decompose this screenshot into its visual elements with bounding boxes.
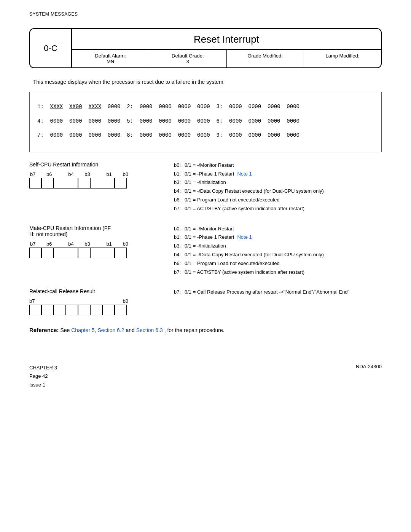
bit-label-b4: b4 — [68, 171, 73, 177]
reference-suffix: , for the repair procedure. — [164, 327, 225, 333]
card-fields: Default Alarm:MN Default Grade:3 Grade M… — [72, 50, 381, 67]
self-cpu-key-b4: b4: — [174, 187, 185, 195]
mate-cpu-note1-link[interactable]: Note 1 — [237, 233, 252, 241]
reference-text: Reference: See Chapter 5, Section 6.2 an… — [29, 327, 382, 333]
footer-issue: Issue 1 — [29, 381, 57, 389]
mate-cpu-desc-b6: b6: 0/1 = Program Load not executed/exec… — [174, 260, 382, 268]
mate-cpu-desc-b3: b3: 0/1 = -/Initialization — [174, 242, 382, 250]
footer-page: Page 42 — [29, 372, 57, 380]
message-card: 0-C Reset Interrupt Default Alarm:MN Def… — [29, 28, 382, 68]
page-footer: CHAPTER 3 Page 42 Issue 1 NDA-24300 — [29, 364, 382, 389]
mate-cpu-key-b4: b4: — [174, 251, 185, 259]
bit-label-b0: b0 — [123, 171, 128, 177]
bit-label-b7: b7 — [30, 171, 35, 177]
bit-label-b1: b1 — [106, 171, 112, 177]
mate-cpu-key-b6: b6: — [174, 260, 185, 268]
self-cpu-text-b7: 0/1 = ACT/STBY (active system indication… — [185, 205, 304, 213]
system-messages-header: SYSTEM MESSAGES — [29, 11, 382, 17]
related-bit-box-7 — [102, 305, 115, 315]
reference-link-chapter5[interactable]: Chapter 5, Section 6.2 — [71, 327, 124, 333]
self-cpu-text-b0: 0/1 = -/Monitor Restart — [185, 161, 234, 169]
footer-left: CHAPTER 3 Page 42 Issue 1 — [29, 364, 57, 389]
mate-cpu-text-b6: 0/1 = Program Load not executed/executed — [185, 260, 280, 268]
mate-cpu-key-b3: b3: — [174, 242, 185, 250]
mate-cpu-text-b0: 0/1 = -/Monitor Restart — [185, 225, 234, 233]
mate-cpu-text-b3: 0/1 = -/Initialization — [185, 242, 226, 250]
related-call-left: Related-call Release Result b7 b0 — [29, 288, 159, 315]
self-cpu-bit-boxes — [29, 178, 128, 189]
self-cpu-desc-b1: b1: 0/1 = -Phase 1 Restart Note 1 — [174, 170, 382, 178]
mate-cpu-desc-b7: b7: 0/1 = ACT/STBY (active system indica… — [174, 268, 382, 276]
related-bit-box-4 — [66, 305, 78, 315]
data-line-2: 4: 0000 0000 0000 0000 5: 0000 0000 0000… — [37, 115, 374, 128]
self-cpu-desc-b4: b4: 0/1 = -/Data Copy Restart executed (… — [174, 187, 382, 195]
related-call-key-b7: b7: — [174, 288, 185, 296]
mate-bit-label-b3: b3 — [84, 241, 90, 247]
data-xxxx-2: XXXX — [88, 104, 101, 110]
bit-box-wide-1 — [54, 178, 78, 189]
related-call-bit-labels: b7 b0 — [29, 298, 128, 304]
data-xx00: XX00 — [69, 104, 82, 110]
self-cpu-key-b1: b1: — [174, 170, 185, 178]
mate-bit-box-4 — [115, 248, 127, 258]
reference-and: and — [126, 327, 136, 333]
mate-bit-box-wide-1 — [54, 248, 78, 258]
related-call-desc-b7: b7: 0/1 = Call Release Processing after … — [174, 288, 382, 296]
mate-cpu-key-b7: b7: — [174, 268, 185, 276]
related-call-text-b7: 0/1 = Call Release Processing after rest… — [185, 288, 349, 296]
mate-cpu-desc-b4: b4: 0/1 = -/Data Copy Restart executed (… — [174, 251, 382, 259]
related-bit-box-8 — [115, 305, 127, 315]
related-bit-b7: b7 — [29, 298, 35, 304]
related-bit-box-2 — [41, 305, 54, 315]
mate-cpu-descriptions: b0: 0/1 = -/Monitor Restart b1: 0/1 = -P… — [174, 225, 382, 277]
bit-box-1 — [29, 178, 41, 189]
mate-cpu-key-b0: b0: — [174, 225, 185, 233]
mate-cpu-text-b4: 0/1 = -/Data Copy Restart executed (for … — [185, 251, 324, 259]
self-cpu-section: Self-CPU Restart Information b7 b6 b4 b3… — [29, 161, 382, 214]
self-cpu-key-b6: b6: — [174, 196, 185, 204]
self-cpu-text-b4: 0/1 = -/Data Copy Restart executed (for … — [185, 187, 324, 195]
self-cpu-desc-b6: b6: 0/1 = Program Load not executed/exec… — [174, 196, 382, 204]
self-cpu-note1-link[interactable]: Note 1 — [237, 170, 252, 178]
mate-cpu-bit-labels: b7 b6 b4 b3 b1 b0 — [29, 241, 128, 247]
mate-cpu-bit-boxes — [29, 248, 128, 258]
mate-bit-box-2 — [41, 248, 54, 258]
related-bit-box-1 — [29, 305, 41, 315]
mate-bit-label-b0: b0 — [123, 241, 128, 247]
related-bit-box-3 — [54, 305, 66, 315]
related-call-descriptions: b7: 0/1 = Call Release Processing after … — [174, 288, 382, 297]
mate-cpu-text-b7: 0/1 = ACT/STBY (active system indication… — [185, 268, 304, 276]
self-cpu-desc-b0: b0: 0/1 = -/Monitor Restart — [174, 161, 382, 169]
related-bit-box-6 — [90, 305, 102, 315]
footer-doc-number: NDA-24300 — [356, 364, 382, 389]
mate-cpu-section: Mate-CPU Restart Information (FFH: not m… — [29, 225, 382, 277]
mate-bit-label-b4: b4 — [68, 241, 73, 247]
description-text: This message displays when the processor… — [33, 79, 382, 85]
mate-bit-label-b7: b7 — [30, 241, 35, 247]
self-cpu-text-b6: 0/1 = Program Load not executed/executed — [185, 196, 280, 204]
mate-bit-label-b1: b1 — [106, 241, 112, 247]
card-title: Reset Interrupt — [72, 29, 381, 50]
self-cpu-key-b7: b7: — [174, 205, 185, 213]
mate-cpu-desc-b1: b1: 0/1 = -Phase 1 Restart Note 1 — [174, 233, 382, 241]
card-right: Reset Interrupt Default Alarm:MN Default… — [72, 29, 381, 67]
mate-cpu-desc-b0: b0: 0/1 = -/Monitor Restart — [174, 225, 382, 233]
self-cpu-left: Self-CPU Restart Information b7 b6 b4 b3… — [29, 161, 159, 189]
card-code: 0-C — [30, 29, 72, 67]
related-bit-b0: b0 — [123, 298, 128, 304]
self-cpu-descriptions: b0: 0/1 = -/Monitor Restart b1: 0/1 = -P… — [174, 161, 382, 214]
self-cpu-bit-labels: b7 b6 b4 b3 b1 b0 — [29, 171, 128, 177]
reference-link-section63[interactable]: Section 6.3 — [136, 327, 163, 333]
data-line-1: 1: XXXX XX00 XXXX 0000 2: 0000 0000 0000… — [37, 101, 374, 113]
mate-bit-box-wide-2 — [90, 248, 115, 258]
card-field-alarm: Default Alarm:MN — [72, 50, 149, 67]
mate-cpu-text-b1: 0/1 = -Phase 1 Restart — [185, 233, 234, 241]
self-cpu-desc-b7: b7: 0/1 = ACT/STBY (active system indica… — [174, 205, 382, 213]
card-field-lamp-modified: Lamp Modified: — [304, 50, 381, 67]
footer-chapter: CHAPTER 3 — [29, 364, 57, 372]
self-cpu-key-b3: b3: — [174, 179, 185, 187]
mate-bit-box-3 — [78, 248, 90, 258]
card-field-grade: Default Grade:3 — [149, 50, 226, 67]
related-call-bit-boxes — [29, 305, 128, 315]
bit-label-b6: b6 — [46, 171, 52, 177]
